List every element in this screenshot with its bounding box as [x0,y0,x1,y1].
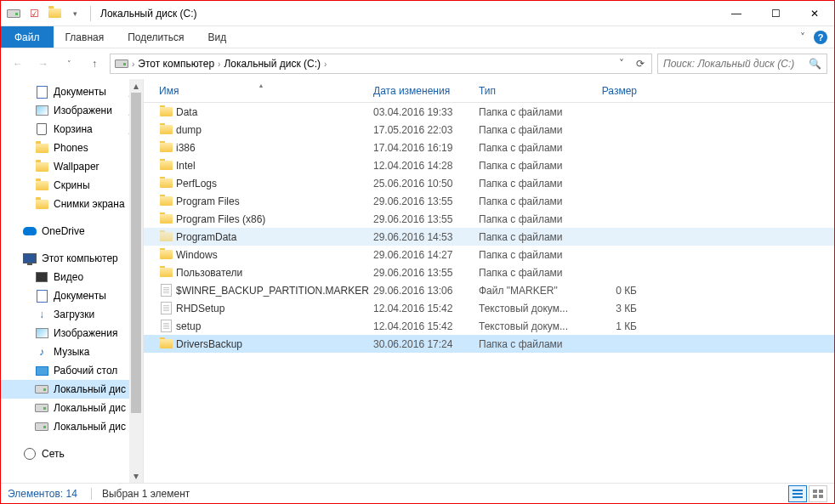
scroll-track[interactable] [129,93,143,469]
cell-name: Windows [154,248,368,262]
recent-dropdown[interactable]: ˅ [59,54,79,74]
thispc-child[interactable]: Локальный дис [1,399,143,417]
nav-label: Phones [54,142,88,154]
back-button[interactable]: ← [8,54,28,74]
quick-access-item[interactable]: Изображени📌 [1,101,143,120]
ribbon: Файл Главная Поделиться Вид ˅ ? [1,26,834,48]
window-controls: — ☐ ✕ [717,1,834,26]
crumb-separator[interactable]: › [323,59,327,69]
file-row[interactable]: Program Files29.06.2016 13:55Папка с фай… [144,192,834,210]
file-row[interactable]: Intel12.04.2016 14:28Папка с файлами [144,156,834,174]
up-button[interactable]: ↑ [84,54,105,74]
cell-date: 29.06.2016 13:55 [368,195,474,207]
file-row[interactable]: Program Files (x86)29.06.2016 13:55Папка… [144,210,834,228]
scroll-up-arrow[interactable]: ▴ [129,79,143,93]
file-list[interactable]: Data03.04.2016 19:33Папка с файламиdump1… [144,103,834,483]
search-icon[interactable]: 🔍 [809,58,821,70]
svg-rect-5 [813,495,817,498]
column-type[interactable]: Тип [474,85,574,97]
cell-date: 29.06.2016 13:55 [368,213,474,225]
file-row[interactable]: Data03.04.2016 19:33Папка с файлами [144,103,834,121]
crumb-thispc[interactable]: Этот компьютер [135,54,217,73]
file-row[interactable]: DriversBackup30.06.2016 17:24Папка с фай… [144,335,834,353]
onedrive-item[interactable]: OneDrive [1,222,143,241]
nav-label: Снимки экрана [54,198,125,210]
nav-label: Музыка [54,346,89,358]
quick-access-item[interactable]: Phones [1,139,143,157]
network-item[interactable]: Сеть [1,445,143,463]
cell-name: DriversBackup [154,337,368,351]
nav-label: Этот компьютер [42,252,118,264]
minimize-button[interactable]: — [717,1,756,26]
tab-share[interactable]: Поделиться [116,26,196,48]
file-row[interactable]: $WINRE_BACKUP_PARTITION.MARKER29.06.2016… [144,281,834,299]
ribbon-expand-icon[interactable]: ˅ [800,31,805,43]
forward-button[interactable]: → [33,54,54,74]
cell-date: 17.04.2016 16:19 [368,142,474,154]
file-tab[interactable]: Файл [1,26,54,48]
qat-newfolder-icon[interactable] [45,4,64,23]
cell-date: 12.04.2016 14:28 [368,160,474,172]
file-row[interactable]: Windows29.06.2016 14:27Папка с файлами [144,246,834,263]
tab-view[interactable]: Вид [196,26,238,48]
nav-row: ← → ˅ ↑ › Этот компьютер › Локальный дис… [1,48,834,79]
navigation-pane[interactable]: Документы📌Изображени📌Корзина📌PhonesWallp… [1,79,144,483]
cell-date: 03.04.2016 19:33 [368,106,474,118]
address-bar[interactable]: › Этот компьютер › Локальный диск (C:) ›… [110,54,652,74]
file-row[interactable]: RHDSetup12.04.2016 15:42Текстовый докум.… [144,299,834,317]
tab-home[interactable]: Главная [54,26,116,48]
cell-type: Папка с файлами [474,213,574,225]
view-icons-button[interactable] [809,485,827,502]
quick-access-item[interactable]: Документы📌 [1,82,143,101]
cell-type: Папка с файлами [474,106,574,118]
address-dropdown[interactable]: ˅ [612,54,631,73]
quick-access-item[interactable]: Корзина📌 [1,120,143,139]
nav-label: Изображения [54,327,117,339]
address-root-icon[interactable] [112,54,131,73]
file-row[interactable]: dump17.05.2016 22:03Папка с файлами [144,121,834,139]
scroll-thumb[interactable] [131,93,141,413]
column-name[interactable]: Имя▴ [154,85,368,97]
file-row[interactable]: PerfLogs25.06.2016 10:50Папка с файлами [144,174,834,192]
navpane-scrollbar[interactable]: ▴ ▾ [129,79,143,483]
thispc-child[interactable]: Локальный дис [1,380,143,399]
file-row[interactable]: Пользователи29.06.2016 13:55Папка с файл… [144,263,834,281]
cell-name: PerfLogs [154,177,368,190]
thispc-child[interactable]: Рабочий стол [1,361,143,380]
thispc-child[interactable]: ↓Загрузки [1,305,143,324]
view-details-button[interactable] [788,485,807,502]
quick-access-item[interactable]: Wallpaper [1,157,143,176]
file-row[interactable]: ProgramData29.06.2016 14:53Папка с файла… [144,228,834,246]
svg-rect-6 [819,495,823,498]
file-row[interactable]: setup12.04.2016 15:42Текстовый докум...1… [144,317,834,335]
column-size[interactable]: Размер [574,85,642,97]
cell-name: i386 [154,141,368,155]
thispc-child[interactable]: Видео [1,268,143,286]
cell-type: Папка с файлами [474,124,574,136]
thispc-child[interactable]: ♪Музыка [1,343,143,361]
cell-name: ProgramData [154,230,368,244]
svg-rect-4 [819,490,823,493]
maximize-button[interactable]: ☐ [756,1,795,26]
close-button[interactable]: ✕ [795,1,834,26]
qat-dropdown[interactable]: ▾ [65,4,84,23]
crumb-drive-c[interactable]: Локальный диск (C:) [221,54,323,73]
thispc-child[interactable]: Локальный дис [1,417,143,436]
thispc-child[interactable]: Изображения [1,324,143,343]
qat-properties-icon[interactable]: ☑ [25,4,43,23]
search-input[interactable] [663,58,809,70]
cell-date: 12.04.2016 15:42 [368,320,474,332]
thispc-child[interactable]: Документы [1,286,143,305]
column-date[interactable]: Дата изменения [368,85,474,97]
quick-access-item[interactable]: Снимки экрана [1,195,143,213]
search-box[interactable]: 🔍 [657,54,827,74]
thispc-item[interactable]: Этот компьютер [1,249,143,268]
file-row[interactable]: i38617.04.2016 16:19Папка с файлами [144,139,834,156]
help-icon[interactable]: ? [814,31,827,44]
scroll-down-arrow[interactable]: ▾ [129,469,143,483]
status-selection: Выбран 1 элемент [91,488,190,500]
quick-access-item[interactable]: Скрины [1,176,143,195]
status-count: Элементов: 14 [8,488,77,500]
app-icon[interactable] [4,4,23,23]
refresh-button[interactable]: ⟳ [631,54,650,73]
